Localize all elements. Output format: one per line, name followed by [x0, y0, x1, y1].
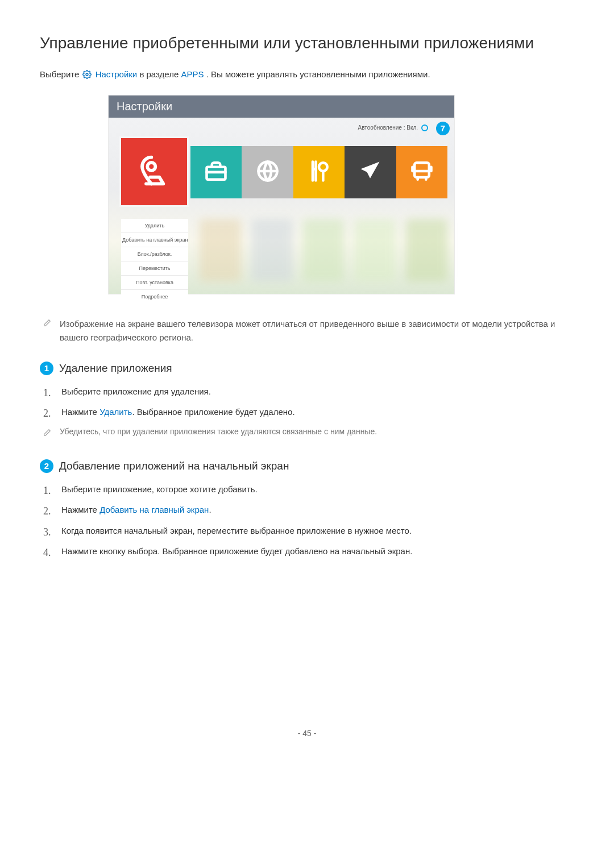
app-tile-row: [121, 146, 447, 205]
context-menu-item[interactable]: 2Добавить на главный экран: [121, 233, 188, 247]
app-tile-plane[interactable]: [345, 146, 396, 198]
auto-update-row: Автообновление : Вкл.: [358, 124, 428, 131]
step-text: Когда появится начальный экран, перемест…: [61, 526, 412, 535]
globe-icon: [255, 159, 280, 186]
tv-header-title: Настройки: [109, 95, 454, 118]
intro-paragraph: Выберите Настройки в разделе APPS . Вы м…: [40, 69, 574, 81]
step-item: Выберите приложение, которое хотите доба…: [43, 483, 574, 496]
page-title: Управление приобретенными или установлен…: [40, 34, 574, 52]
map-pin-icon: [138, 155, 170, 189]
page-number: - 45 -: [40, 729, 574, 738]
subnote-text: Убедитесь, что при удалении приложения т…: [60, 427, 377, 436]
ctx-label: Переместить: [139, 265, 170, 271]
step-text: Нажмите кнопку выбора. Выбранное приложе…: [61, 546, 412, 556]
svg-point-1: [147, 163, 155, 171]
svg-point-0: [86, 73, 88, 76]
gear-icon: [82, 70, 92, 81]
context-menu-item[interactable]: 1Удалить: [121, 219, 188, 233]
step-link[interactable]: Удалить: [99, 407, 132, 417]
utensils-icon: [306, 159, 331, 186]
blurred-tile: [251, 219, 293, 281]
app-tile-map-pin[interactable]: [121, 138, 187, 205]
blurred-tile: [200, 219, 241, 281]
context-menu-item[interactable]: 4Переместить: [121, 261, 188, 276]
context-menu: 1Удалить2Добавить на главный экран3Блок.…: [121, 219, 188, 304]
step-text: Нажмите: [61, 505, 99, 514]
callout-badge-7: 7: [436, 122, 450, 135]
auto-update-label: Автообновление : Вкл.: [358, 124, 418, 131]
blurred-apps-row: [200, 219, 447, 281]
ctx-label: Повт. установка: [136, 280, 173, 285]
app-tile-globe[interactable]: [242, 146, 293, 198]
section-2-steps: Выберите приложение, которое хотите доба…: [40, 483, 574, 558]
context-menu-item[interactable]: 5Повт. установка: [121, 276, 188, 290]
blurred-tile: [303, 219, 345, 281]
step-text: Нажмите: [61, 407, 99, 417]
step-text: .: [209, 505, 211, 514]
context-menu-item[interactable]: 3Блок./разблок.: [121, 247, 188, 261]
briefcase-icon: [204, 159, 229, 186]
auto-update-toggle-icon[interactable]: [421, 124, 428, 131]
pencil-icon: [43, 319, 51, 327]
step-text: Выберите приложение для удаления.: [61, 387, 211, 396]
note-text: Изображение на экране вашего телевизора …: [60, 317, 574, 344]
section-1-steps: Выберите приложение для удаления.Нажмите…: [40, 385, 574, 419]
settings-link[interactable]: Настройки: [96, 69, 138, 79]
section-1-subnote: Убедитесь, что при удалении приложения т…: [40, 427, 574, 437]
step-text: Выберите приложение, которое хотите доба…: [61, 484, 258, 494]
plane-icon: [358, 159, 383, 186]
section-2-head: 2 Добавление приложений на начальный экр…: [40, 459, 574, 473]
tv-screenshot-panel: Настройки Автообновление : Вкл. 7 1Удали…: [108, 95, 455, 294]
intro-mid: в разделе: [139, 69, 181, 79]
callout-badge-2: 2: [40, 459, 53, 473]
step-link[interactable]: Добавить на главный экран: [99, 505, 209, 514]
app-tile-briefcase[interactable]: [190, 146, 242, 198]
blurred-tile: [406, 219, 447, 281]
ctx-label: Подробнее: [142, 294, 168, 300]
step-item: Нажмите кнопку выбора. Выбранное приложе…: [43, 545, 574, 558]
context-menu-item[interactable]: 6Подробнее: [121, 290, 188, 304]
app-tile-bus[interactable]: [396, 146, 447, 198]
step-item: Выберите приложение для удаления.: [43, 385, 574, 398]
step-text: . Выбранное приложение будет удалено.: [132, 407, 294, 417]
intro-suffix: . Вы можете управлять установленными при…: [206, 69, 430, 79]
intro-prefix: Выберите: [40, 69, 81, 79]
step-item: Нажмите Добавить на главный экран.: [43, 504, 574, 517]
note-disclaimer: Изображение на экране вашего телевизора …: [40, 317, 574, 344]
section-2-title: Добавление приложений на начальный экран: [59, 460, 289, 472]
app-tile-utensils[interactable]: [293, 146, 345, 198]
tv-body: Автообновление : Вкл. 7 1Удалить2Добавит…: [109, 118, 454, 294]
blurred-tile: [354, 219, 396, 281]
ctx-label: Добавить на главный экран: [122, 237, 188, 243]
pencil-icon: [43, 429, 51, 437]
bus-icon: [409, 159, 434, 186]
ctx-label: Блок./разблок.: [138, 251, 172, 257]
section-1-head: 1 Удаление приложения: [40, 362, 574, 375]
step-item: Нажмите Удалить. Выбранное приложение бу…: [43, 406, 574, 419]
ctx-label: Удалить: [145, 223, 164, 229]
apps-link[interactable]: APPS: [181, 69, 204, 79]
section-1-title: Удаление приложения: [59, 362, 172, 375]
callout-badge-1: 1: [40, 362, 53, 375]
step-item: Когда появится начальный экран, перемест…: [43, 525, 574, 538]
